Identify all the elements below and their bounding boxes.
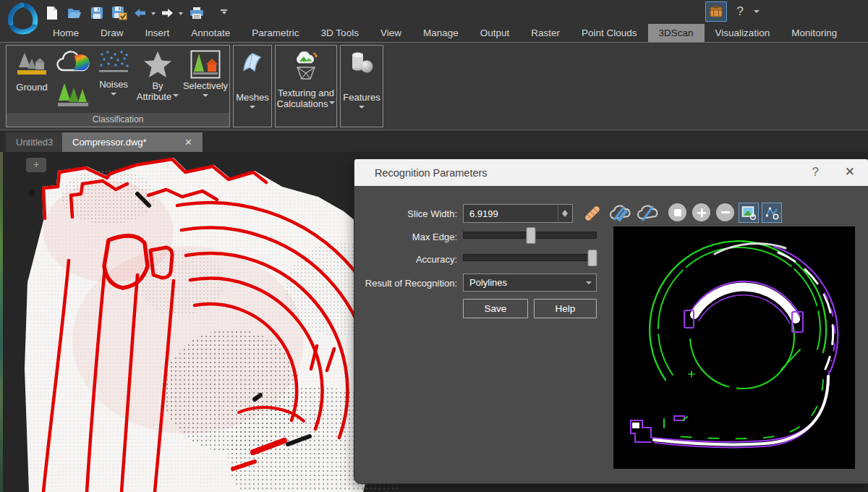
tab-parametric[interactable]: Parametric <box>241 24 310 43</box>
zoom-in-icon[interactable] <box>692 203 710 221</box>
tab-visualization[interactable]: Visualization <box>705 24 781 43</box>
ground-button[interactable]: Ground <box>11 50 53 93</box>
chevron-down-icon <box>359 106 365 111</box>
chevron-down-icon <box>173 94 179 100</box>
tab-manage[interactable]: Manage <box>412 24 469 43</box>
help-button[interactable]: ? <box>737 4 744 19</box>
tab-draw[interactable]: Draw <box>90 24 135 43</box>
tab-3dscan[interactable]: 3DScan <box>648 24 705 43</box>
chevron-down-icon <box>111 93 116 98</box>
tab-output[interactable]: Output <box>469 24 521 43</box>
app-window: ? Home Draw Insert Annotate Parametric 3… <box>0 0 868 492</box>
document-tab-bar: Untitled3 Compressor.dwg* ✕ <box>0 131 868 152</box>
chevron-down-icon <box>203 94 208 100</box>
show-cloud-icon[interactable] <box>637 203 660 223</box>
max-edge-slider-handle[interactable] <box>527 227 536 244</box>
open-folder-icon[interactable] <box>66 4 83 22</box>
chevron-down-icon <box>586 281 592 287</box>
titlebar-right-controls: ? <box>705 1 760 22</box>
tab-monitoring[interactable]: Monitoring <box>780 24 848 43</box>
features-button[interactable]: Features <box>340 45 383 127</box>
selectively-button[interactable]: Selectively <box>183 50 228 100</box>
chevron-down-icon <box>329 101 335 107</box>
close-tab-icon[interactable]: ✕ <box>176 137 192 148</box>
help-button-dialog[interactable]: Help <box>534 299 597 318</box>
slice-width-spinner[interactable] <box>558 205 571 221</box>
titlebar: ? <box>0 0 868 25</box>
quick-access-toolbar <box>43 3 227 23</box>
meshes-button[interactable]: Meshes <box>233 45 272 127</box>
tab-annotate[interactable]: Annotate <box>180 24 241 43</box>
texturing-calculations-button[interactable]: Texturing and Calculations <box>275 45 337 127</box>
accuracy-slider[interactable] <box>463 254 597 261</box>
dialog-help-button[interactable]: ? <box>812 165 819 179</box>
classification-group: Ground <box>6 45 230 127</box>
save-icon[interactable] <box>88 4 106 22</box>
recognition-preview-render <box>613 226 855 469</box>
ground-icon <box>15 50 48 80</box>
print-icon[interactable] <box>188 4 205 22</box>
dialog-title: Recognition Parameters <box>375 167 488 179</box>
star-icon <box>142 50 173 79</box>
classify-vegetation-button[interactable] <box>56 82 90 109</box>
noises-icon <box>98 50 129 77</box>
dialog-close-button[interactable]: ✕ <box>845 164 855 179</box>
tab-home[interactable]: Home <box>42 24 90 43</box>
hide-cloud-icon[interactable] <box>609 203 632 223</box>
slice-width-label: Slice Width: <box>354 208 457 219</box>
trees-icon <box>56 82 90 109</box>
new-file-icon[interactable] <box>43 4 61 22</box>
dialog-titlebar[interactable]: Recognition Parameters ? ✕ <box>354 159 868 186</box>
tab-view[interactable]: View <box>370 24 412 43</box>
show-polylines-result-icon[interactable] <box>762 203 782 223</box>
meshes-icon <box>241 51 264 73</box>
max-edge-slider[interactable] <box>463 232 597 239</box>
measure-pick-icon[interactable] <box>582 203 603 224</box>
tab-insert[interactable]: Insert <box>135 24 181 43</box>
ribbon-tab-bar: Home Draw Insert Annotate Parametric 3D … <box>42 24 848 43</box>
by-attribute-button[interactable]: By Attribute <box>135 50 180 102</box>
app-logo-icon <box>6 1 41 36</box>
classify-cloud-button[interactable] <box>56 48 90 77</box>
chevron-down-icon <box>250 106 255 111</box>
new-view-button[interactable]: + <box>26 158 46 172</box>
tab-raster[interactable]: Raster <box>520 24 571 43</box>
zoom-out-icon[interactable] <box>716 203 734 221</box>
features-icon <box>349 51 374 75</box>
accuracy-label: Accuracy: <box>354 254 457 265</box>
tab-point-clouds[interactable]: Point Clouds <box>571 24 648 43</box>
result-of-recognition-label: Result of Recognition: <box>354 278 457 289</box>
undo-dropdown-icon[interactable] <box>151 12 156 17</box>
workspace-toolbox-icon[interactable] <box>705 1 727 22</box>
accuracy-slider-handle[interactable] <box>587 250 597 266</box>
tab-3d-tools[interactable]: 3D Tools <box>310 24 370 43</box>
recognition-preview[interactable] <box>613 226 855 469</box>
result-dropdown[interactable]: Polylines <box>463 273 597 292</box>
rainbow-cloud-icon <box>56 48 90 77</box>
doc-tab-compressor[interactable]: Compressor.dwg* ✕ <box>62 132 203 152</box>
help-dropdown-icon[interactable] <box>754 10 760 16</box>
slice-width-input[interactable] <box>463 204 573 223</box>
save-as-icon[interactable] <box>111 4 128 22</box>
desktop-edge <box>0 152 3 492</box>
save-button[interactable]: Save <box>463 299 528 318</box>
selectively-icon <box>190 50 221 79</box>
redo-icon[interactable] <box>161 4 174 22</box>
undo-icon[interactable] <box>133 4 146 22</box>
group-title: Classification <box>7 113 229 127</box>
toolbar-overflow-icon[interactable] <box>221 9 227 17</box>
show-raster-result-icon[interactable] <box>739 203 759 223</box>
max-edge-label: Max Edge: <box>354 232 457 242</box>
redo-dropdown-icon[interactable] <box>179 12 183 17</box>
recognition-parameters-dialog: Recognition Parameters ? ✕ Slice Width: … <box>354 159 868 483</box>
noises-button[interactable]: Noises <box>93 50 134 98</box>
spinner-up-icon <box>562 207 568 213</box>
fit-view-icon[interactable] <box>668 203 686 221</box>
spinner-down-icon <box>562 213 568 220</box>
ribbon-panel: Ground <box>0 43 868 130</box>
texturing-icon <box>292 51 320 80</box>
